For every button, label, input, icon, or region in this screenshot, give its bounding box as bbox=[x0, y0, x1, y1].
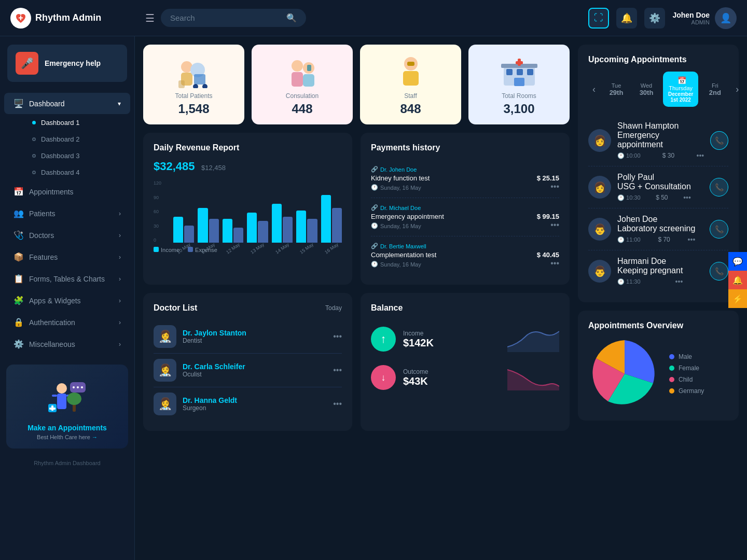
doctor-name[interactable]: Dr. Jaylon Stanton bbox=[183, 329, 246, 337]
emergency-button[interactable]: 🎤 Emergency help bbox=[7, 45, 127, 82]
income-label: Income bbox=[403, 330, 434, 337]
sidebar-item-appointments[interactable]: 📅 Appointments bbox=[4, 181, 130, 202]
sidebar-item-dashboard-2[interactable]: Dashboard 2 bbox=[23, 131, 130, 147]
income-bar bbox=[198, 208, 208, 243]
svg-rect-25 bbox=[303, 74, 314, 87]
svg-rect-29 bbox=[407, 62, 414, 66]
svg-rect-17 bbox=[178, 80, 185, 88]
more-options-button[interactable]: ••• bbox=[550, 182, 559, 191]
balance-outcome: ↓ Outcome $43K bbox=[371, 358, 559, 397]
doctor-info: Dr. Carla Schleifer Oculist bbox=[183, 362, 245, 378]
fullscreen-button[interactable]: ⛶ bbox=[588, 8, 609, 29]
doctor-menu-button[interactable]: ••• bbox=[333, 332, 342, 341]
main-layout: 🎤 Emergency help 🖥️ Dashboard ▾ Dashboar… bbox=[0, 36, 747, 560]
call-button[interactable]: 📞 bbox=[710, 178, 728, 197]
calendar-header: ‹ Tue 29th Wed 30th 📅 Thursday bbox=[588, 72, 728, 107]
chevron-right-icon: › bbox=[119, 319, 121, 326]
notifications-button[interactable]: 🔔 bbox=[616, 8, 637, 29]
payments-title: Payments history bbox=[371, 143, 559, 152]
float-btn-blue[interactable]: 💬 bbox=[728, 252, 747, 271]
stat-value: 448 bbox=[292, 102, 312, 116]
sidebar-item-doctors[interactable]: 🩺 Doctors › bbox=[4, 225, 130, 246]
settings-button[interactable]: ⚙️ bbox=[644, 8, 665, 29]
svg-point-3 bbox=[57, 383, 67, 394]
cal-next-button[interactable]: › bbox=[731, 82, 743, 97]
appt-avatar: 👨 bbox=[588, 260, 611, 283]
call-button[interactable]: 📞 bbox=[710, 262, 728, 281]
cal-day-fri[interactable]: Fri 2nd bbox=[701, 78, 728, 101]
inactive-dot bbox=[32, 137, 36, 141]
sidebar-item-auth[interactable]: 🔒 Authentication › bbox=[4, 312, 130, 333]
appt-price: $ 70 bbox=[658, 236, 670, 243]
float-btn-red[interactable]: 🔔 bbox=[728, 271, 747, 289]
monitor-icon: 🖥️ bbox=[13, 99, 24, 108]
bar-group bbox=[173, 217, 194, 243]
more-options-button[interactable]: ••• bbox=[550, 220, 559, 230]
doctor-name[interactable]: Dr. Carla Schleifer bbox=[183, 362, 245, 371]
stat-cards: Total Patients 1,548 Consulation bbox=[143, 45, 570, 124]
female-dot bbox=[669, 366, 674, 371]
appt-meta-row: 🕐 10:30 $ 50 ••• bbox=[617, 193, 691, 202]
pie-chart bbox=[588, 338, 661, 410]
appt-patient-name: Shawn Hampton bbox=[617, 121, 704, 131]
sidebar-item-dashboard[interactable]: 🖥️ Dashboard ▾ bbox=[4, 93, 130, 114]
svg-point-7 bbox=[67, 393, 81, 405]
sidebar-item-misc[interactable]: ⚙️ Miscellaneous › bbox=[4, 333, 130, 355]
avatar[interactable]: 👤 bbox=[715, 7, 737, 29]
appt-more-button[interactable]: ••• bbox=[675, 277, 683, 286]
call-button[interactable]: 📞 bbox=[710, 220, 728, 239]
appt-more-button[interactable]: ••• bbox=[688, 235, 696, 244]
consultation-illustration bbox=[284, 53, 321, 89]
sidebar-item-dashboard-1[interactable]: Dashboard 1 bbox=[23, 115, 130, 131]
doctor-menu-button[interactable]: ••• bbox=[333, 399, 342, 409]
payments-card: Payments history 🔗Dr. Johen Doe Kidney f… bbox=[361, 133, 570, 285]
revenue-sub-amount: $12,458 bbox=[201, 164, 226, 172]
outcome-value: $43K bbox=[403, 375, 428, 387]
rooms-illustration bbox=[501, 53, 537, 89]
legend-item-male: Male bbox=[669, 353, 704, 360]
sidebar-item-patients[interactable]: 👥 Patients › bbox=[4, 203, 130, 224]
search-icon[interactable]: 🔍 bbox=[286, 13, 297, 23]
appt-more-button[interactable]: ••• bbox=[683, 193, 691, 202]
cal-day-wed[interactable]: Wed 30th bbox=[633, 78, 660, 101]
sidebar-item-features[interactable]: 📦 Features › bbox=[4, 246, 130, 268]
payment-amount: $ 40.45 bbox=[537, 251, 559, 259]
calendar-icon: 📅 bbox=[13, 187, 24, 197]
appt-info: Polly Paul USG + Consultation 🕐 10:30 $ … bbox=[617, 173, 691, 202]
chevron-down-icon: ▾ bbox=[118, 100, 121, 107]
payment-doctor: 🔗Dr. Bertie Maxwell bbox=[371, 243, 559, 249]
child-dot bbox=[669, 377, 674, 382]
hamburger-icon[interactable]: ☰ bbox=[145, 12, 155, 24]
cal-prev-button[interactable]: ‹ bbox=[588, 82, 600, 97]
more-options-button[interactable]: ••• bbox=[550, 259, 559, 268]
svg-point-20 bbox=[193, 84, 198, 88]
svg-point-9 bbox=[73, 386, 75, 388]
appt-info: Harmani Doe Keeping pregnant 🕐 11:30 ••• bbox=[617, 257, 683, 286]
float-btn-yellow[interactable]: ⚡ bbox=[728, 289, 747, 308]
revenue-title: Daily Revenue Report bbox=[154, 143, 342, 152]
chart-label: 14 May bbox=[272, 240, 292, 256]
call-button[interactable]: 📞 bbox=[710, 131, 728, 150]
svg-point-22 bbox=[292, 60, 303, 72]
cal-day-thu[interactable]: 📅 Thursday December 1st 2022 bbox=[663, 72, 698, 107]
sidebar-item-dashboard-3[interactable]: Dashboard 3 bbox=[23, 148, 130, 164]
sidebar-item-forms[interactable]: 📋 Forms, Tables & Charts › bbox=[4, 268, 130, 289]
appt-more-button[interactable]: ••• bbox=[696, 151, 704, 160]
sidebar-item-apps[interactable]: 🧩 Apps & Widgets › bbox=[4, 290, 130, 311]
chart-yaxis: 1209060300 bbox=[154, 180, 161, 243]
payment-date: 🕐Sunday, 16 May bbox=[371, 184, 421, 191]
search-input[interactable] bbox=[170, 13, 281, 22]
appt-time: 🕐 11:00 bbox=[617, 236, 641, 243]
promo-card: Make an Appointments Best Helth Care her… bbox=[6, 365, 128, 449]
payment-name: Kidney function test bbox=[371, 174, 430, 182]
list-item: 🔗Dr. Johen Doe Kidney function test $ 25… bbox=[371, 160, 559, 198]
promo-link[interactable]: → bbox=[92, 434, 98, 440]
user-name-block: Johen Doe ADMIN bbox=[672, 11, 710, 25]
inactive-dot bbox=[32, 171, 36, 174]
doctor-menu-button[interactable]: ••• bbox=[333, 366, 342, 375]
doctor-name[interactable]: Dr. Hanna Geldt bbox=[183, 396, 237, 404]
chevron-right-icon: › bbox=[119, 232, 121, 239]
sidebar-item-dashboard-4[interactable]: Dashboard 4 bbox=[23, 164, 130, 180]
cal-day-tue[interactable]: Tue 29th bbox=[603, 78, 630, 101]
chevron-right-icon: › bbox=[119, 275, 121, 283]
